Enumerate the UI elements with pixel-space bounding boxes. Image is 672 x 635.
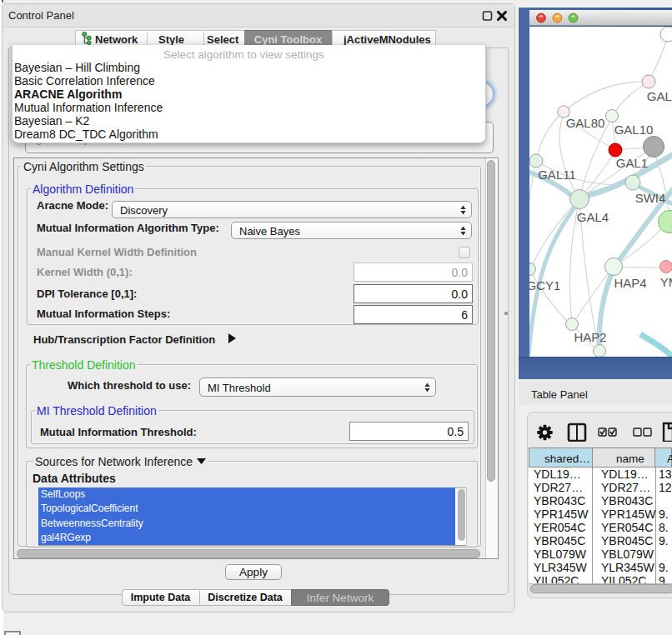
svg-text:GAL80: GAL80 <box>566 116 605 130</box>
svg-text:YM: YM <box>660 275 672 289</box>
svg-text:GAL4: GAL4 <box>577 210 609 224</box>
svg-text:GAL10: GAL10 <box>614 122 654 137</box>
svg-text:GAL11: GAL11 <box>538 168 576 182</box>
svg-text:GAL1: GAL1 <box>616 156 648 170</box>
svg-text:GCY1: GCY1 <box>529 278 560 292</box>
svg-text:GAL7: GAL7 <box>647 89 672 103</box>
svg-text:HAP2: HAP2 <box>574 330 606 344</box>
svg-text:SWI4: SWI4 <box>635 191 666 205</box>
svg-text:HAP4: HAP4 <box>614 276 646 290</box>
